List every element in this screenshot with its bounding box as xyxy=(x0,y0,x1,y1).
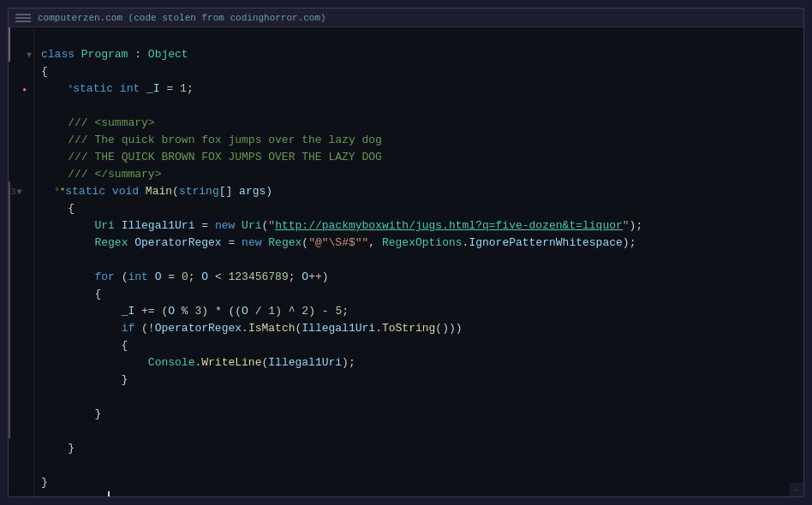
code-line-brace6: } xyxy=(41,406,803,423)
gutter-line xyxy=(9,354,33,371)
code-line-class: class Program : Object xyxy=(41,46,803,63)
code-line-comment-fox-upper: /// THE QUICK BROWN FOX JUMPS OVER THE L… xyxy=(41,149,803,166)
code-line-brace1: { xyxy=(41,63,803,80)
gutter-line xyxy=(9,389,33,406)
code-area: class Program : Object { °static int _I … xyxy=(34,27,803,496)
code-line-for: for (int O = 0; O < 123456789; O++) xyxy=(41,269,803,286)
code-line-brace8: } xyxy=(41,474,803,491)
gutter-line xyxy=(9,166,33,183)
word-the: the xyxy=(302,132,321,149)
gutter-line-3: 3 ▼ xyxy=(9,183,33,200)
url-link: http://packmyboxwith/jugs.html?q=five-do… xyxy=(275,217,623,235)
editor-window: computerzen.com (code stolen from coding… xyxy=(8,8,804,497)
code-line-if: if (!OperatorRegex.IsMatch(Illegal1Uri.T… xyxy=(41,320,803,337)
editor-body: ▼ ● 3 ▼ xyxy=(9,27,803,496)
code-line-expr: _I += (O % 3) * ((O / 1) ^ 2) - 5; xyxy=(41,303,803,320)
code-line-brace4: { xyxy=(41,337,803,354)
gutter-line xyxy=(9,149,33,166)
gutter-line xyxy=(9,98,33,115)
gutter-line-bullet: ● xyxy=(9,80,33,98)
title-bar-line-1 xyxy=(15,14,31,15)
gutter-line xyxy=(9,217,33,235)
gutter: ▼ ● 3 ▼ xyxy=(9,27,34,496)
fold-indicator-class xyxy=(9,27,10,62)
base-class: Object xyxy=(148,46,188,63)
code-line-main: °*static void Main(string[] args) xyxy=(41,183,803,200)
code-line-uri: Uri Illegal1Uri = new Uri("http://packmy… xyxy=(41,217,803,235)
gutter-line xyxy=(9,63,33,80)
code-line-comment-summary-close: /// </summary> xyxy=(41,166,803,183)
gutter-line xyxy=(9,235,33,252)
gutter-line xyxy=(9,423,33,440)
code-line-brace3: { xyxy=(41,286,803,303)
gutter-line xyxy=(9,269,33,286)
gutter-line-class: ▼ xyxy=(9,46,33,63)
code-line-empty2 xyxy=(41,252,803,269)
gutter-line xyxy=(9,474,33,491)
title-bar-decoration xyxy=(15,14,31,22)
code-line-brace7: } xyxy=(41,440,803,457)
code-line-empty3 xyxy=(41,389,803,406)
gutter-line xyxy=(9,406,33,423)
code-line-comment-fox: /// The quick brown fox jumps over the l… xyxy=(41,132,803,149)
code-line-empty4 xyxy=(41,423,803,440)
gutter-line xyxy=(9,29,33,46)
gutter-line xyxy=(9,320,33,337)
code-line-console: Console.WriteLine(Illegal1Uri); xyxy=(41,354,803,371)
fold-indicator-main xyxy=(9,181,10,438)
cursor xyxy=(108,491,115,496)
gutter-line xyxy=(9,200,33,217)
code-line-regex: Regex OperatorRegex = new Regex("@"\S#$"… xyxy=(41,235,803,252)
title-bar-line-3 xyxy=(15,21,31,22)
title-bar: computerzen.com (code stolen from coding… xyxy=(9,9,803,27)
gutter-line xyxy=(9,371,33,389)
code-line-brace5: } xyxy=(41,371,803,389)
code-line-endregion: #endregion xyxy=(41,491,803,496)
code-line-brace2: { xyxy=(41,200,803,217)
arrow-marker: * xyxy=(60,183,66,200)
code-line-static-field: °static int _I = 1; xyxy=(41,80,803,98)
gutter-line xyxy=(9,252,33,269)
gutter-line xyxy=(9,440,33,457)
gutter-line xyxy=(9,337,33,354)
code-line-empty1 xyxy=(41,98,803,115)
class-name: Program xyxy=(81,46,128,63)
gutter-line xyxy=(9,303,33,320)
gutter-line xyxy=(9,457,33,474)
code-line-empty-top xyxy=(41,29,803,46)
gutter-line xyxy=(9,132,33,149)
colon: : xyxy=(128,46,147,63)
title-bar-text: computerzen.com (code stolen from coding… xyxy=(38,13,326,23)
keyword-class: class xyxy=(41,46,81,63)
gutter-line xyxy=(9,115,33,132)
title-bar-line-2 xyxy=(15,17,31,19)
code-line-empty5 xyxy=(41,457,803,474)
scrollbar-corner: ↔ xyxy=(790,483,803,496)
code-line-comment-summary-open: /// <summary> xyxy=(41,115,803,132)
gutter-line xyxy=(9,286,33,303)
